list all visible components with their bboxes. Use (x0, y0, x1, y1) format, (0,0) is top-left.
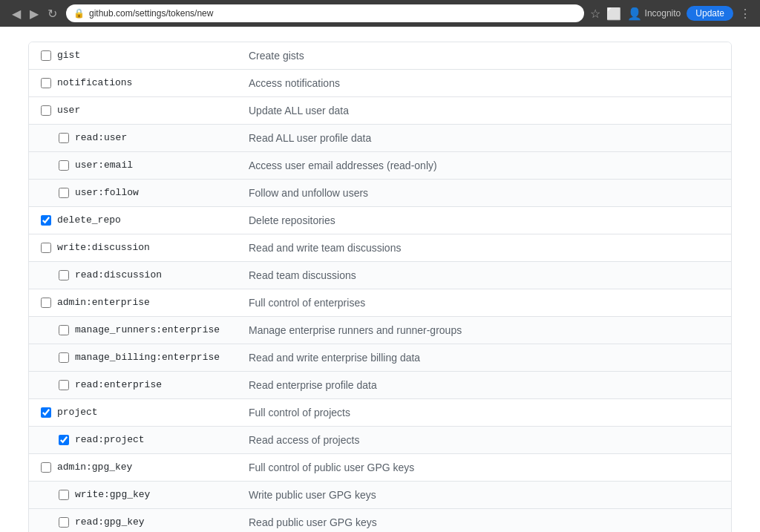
permission-name: write:gpg_key (75, 489, 150, 500)
back-button[interactable]: ◀ (9, 5, 24, 22)
permission-name: user (57, 105, 80, 116)
permission-description: Full control of public user GPG keys (237, 454, 731, 481)
browser-actions: ☆ ⬜ 👤 Incognito Update ⋮ (590, 6, 751, 21)
table-row: manage_billing:enterpriseRead and write … (29, 344, 731, 372)
tab-overview-button[interactable]: ⬜ (606, 7, 621, 21)
permissions-table: gistCreate gistsnotificationsAccess noti… (28, 42, 732, 532)
permission-description: Full control of projects (237, 399, 731, 426)
permission-description: Read and write enterprise billing data (237, 344, 731, 371)
permission-name: user:email (75, 160, 133, 171)
update-button[interactable]: Update (687, 6, 733, 21)
table-row: userUpdate ALL user data (29, 97, 731, 125)
permission-checkbox-user_follow[interactable] (59, 188, 69, 198)
permission-description: Follow and unfollow users (237, 180, 731, 206)
address-bar[interactable]: 🔒 github.com/settings/tokens/new (66, 4, 584, 22)
permission-checkbox-write_gpg_key[interactable] (59, 490, 69, 500)
table-row: read:userRead ALL user profile data (29, 125, 731, 152)
permission-name: project (57, 407, 98, 418)
url-text: github.com/settings/tokens/new (89, 8, 213, 19)
permission-description: Access notifications (237, 70, 731, 96)
table-row: read:gpg_keyRead public user GPG keys (29, 509, 731, 532)
permission-checkbox-admin_enterprise[interactable] (41, 298, 51, 308)
permission-checkbox-read_discussion[interactable] (59, 270, 69, 280)
permission-description: Read public user GPG keys (237, 509, 731, 532)
table-row: write:gpg_keyWrite public user GPG keys (29, 482, 731, 509)
permission-description: Create gists (237, 42, 731, 69)
browser-menu-button[interactable]: ⋮ (739, 7, 751, 21)
permission-checkbox-gist[interactable] (41, 50, 51, 61)
permission-checkbox-manage_runners_enterprise[interactable] (59, 325, 69, 335)
permission-name: user:follow (75, 187, 139, 198)
table-row: user:emailAccess user email addresses (r… (29, 152, 731, 180)
permission-description: Manage enterprise runners and runner-gro… (237, 317, 731, 344)
table-row: admin:enterpriseFull control of enterpri… (29, 289, 731, 317)
permission-checkbox-admin_gpg_key[interactable] (41, 462, 51, 473)
browser-chrome: ◀ ▶ ↻ 🔒 github.com/settings/tokens/new ☆… (0, 0, 760, 27)
permission-description: Read enterprise profile data (237, 372, 731, 398)
table-row: gistCreate gists (29, 42, 731, 70)
permission-name: delete_repo (57, 214, 121, 226)
permission-description: Full control of enterprises (237, 289, 731, 316)
table-row: delete_repoDelete repositories (29, 207, 731, 234)
permission-description: Update ALL user data (237, 97, 731, 124)
lock-icon: 🔒 (73, 8, 85, 19)
permission-checkbox-read_enterprise[interactable] (59, 380, 69, 390)
permission-checkbox-read_project[interactable] (59, 435, 69, 445)
permission-name: manage_billing:enterprise (75, 352, 220, 363)
permission-checkbox-read_gpg_key[interactable] (59, 517, 69, 528)
permission-description: Read team discussions (237, 262, 731, 289)
permission-name: read:enterprise (75, 379, 162, 390)
table-row: read:projectRead access of projects (29, 427, 731, 454)
permission-checkbox-user_email[interactable] (59, 160, 69, 171)
permission-checkbox-delete_repo[interactable] (41, 215, 51, 226)
permission-description: Read access of projects (237, 427, 731, 453)
table-row: admin:gpg_keyFull control of public user… (29, 454, 731, 482)
permission-name: read:discussion (75, 269, 162, 280)
table-row: read:discussionRead team discussions (29, 262, 731, 289)
permission-checkbox-notifications[interactable] (41, 78, 51, 88)
permission-name: read:project (75, 434, 145, 445)
permission-checkbox-manage_billing_enterprise[interactable] (59, 352, 69, 363)
reload-button[interactable]: ↻ (45, 5, 60, 22)
permission-name: admin:enterprise (57, 297, 150, 308)
permission-checkbox-user[interactable] (41, 105, 51, 116)
permission-checkbox-write_discussion[interactable] (41, 243, 51, 253)
permission-name: read:user (75, 132, 127, 143)
table-row: projectFull control of projects (29, 399, 731, 427)
page-content: gistCreate gistsnotificationsAccess noti… (16, 27, 744, 532)
table-row: write:discussionRead and write team disc… (29, 234, 731, 262)
table-row: manage_runners:enterpriseManage enterpri… (29, 317, 731, 344)
permission-name: admin:gpg_key (57, 462, 132, 473)
table-row: user:followFollow and unfollow users (29, 180, 731, 207)
table-row: read:enterpriseRead enterprise profile d… (29, 372, 731, 399)
incognito-button[interactable]: 👤 Incognito (627, 7, 681, 21)
permission-name: write:discussion (57, 242, 150, 253)
permission-name: gist (57, 50, 80, 61)
permission-checkbox-project[interactable] (41, 407, 51, 418)
permission-name: manage_runners:enterprise (75, 324, 220, 335)
table-row: notificationsAccess notifications (29, 70, 731, 97)
permission-description: Delete repositories (237, 207, 731, 234)
permission-description: Read ALL user profile data (237, 125, 731, 151)
permission-checkbox-read_user[interactable] (59, 133, 69, 143)
permission-description: Write public user GPG keys (237, 482, 731, 508)
browser-nav-buttons: ◀ ▶ ↻ (9, 5, 60, 22)
forward-button[interactable]: ▶ (27, 5, 42, 22)
permission-name: read:gpg_key (75, 516, 145, 528)
permission-description: Access user email addresses (read-only) (237, 152, 731, 179)
bookmark-button[interactable]: ☆ (590, 7, 600, 21)
permission-description: Read and write team discussions (237, 234, 731, 261)
permission-name: notifications (57, 77, 132, 88)
